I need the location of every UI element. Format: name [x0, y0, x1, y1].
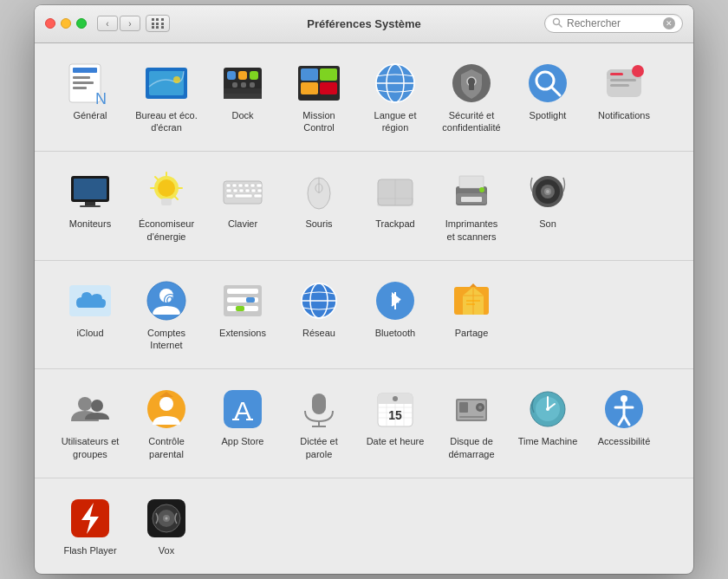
general-label: Général: [73, 109, 107, 121]
svg-rect-23: [301, 82, 318, 94]
clavier-icon: [220, 169, 265, 214]
maximize-button[interactable]: [76, 18, 87, 29]
bluetooth-label: Bluetooth: [375, 327, 415, 339]
other-icons-grid: Flash Player: [55, 492, 673, 560]
mission-label: Mission Control: [288, 109, 350, 134]
search-box[interactable]: ✕: [544, 14, 683, 33]
dictee-pref[interactable]: Dictée et parole: [284, 383, 354, 464]
search-clear-button[interactable]: ✕: [663, 17, 675, 29]
extensions-pref[interactable]: Extensions: [208, 275, 277, 355]
svg-rect-40: [610, 84, 629, 87]
controle-pref[interactable]: Contrôle parental: [132, 383, 201, 464]
mission-pref[interactable]: Mission Control: [284, 57, 354, 138]
svg-rect-57: [232, 184, 237, 187]
svg-point-126: [393, 396, 398, 401]
son-pref[interactable]: Son: [513, 166, 582, 246]
system-icons-grid: Utilisateurs et groupes Contrôle parenta…: [55, 383, 673, 464]
svg-point-149: [166, 517, 168, 520]
svg-line-1: [559, 24, 562, 27]
svg-rect-3: [73, 68, 97, 73]
section-hardware: Moniteurs: [35, 152, 693, 261]
flashplayer-pref[interactable]: Flash Player: [55, 492, 125, 560]
controle-label: Contrôle parental: [135, 435, 198, 460]
appstore-pref[interactable]: A App Store: [208, 383, 277, 464]
spotlight-label: Spotlight: [530, 109, 567, 121]
accessibilite-pref[interactable]: Accessibilité: [589, 383, 659, 464]
svg-rect-4: [73, 76, 90, 79]
dock-pref[interactable]: Dock: [208, 57, 277, 138]
utilisateurs-pref[interactable]: Utilisateurs et groupes: [55, 383, 125, 464]
general-pref[interactable]: N Général: [55, 57, 125, 138]
bureau-label: Bureau et éco. d'écran: [135, 109, 198, 134]
search-icon: [552, 17, 562, 29]
minimize-button[interactable]: [61, 18, 71, 29]
utilisateurs-icon: [68, 387, 113, 432]
comptes-pref[interactable]: @ Comptes Internet: [132, 275, 201, 355]
trackpad-icon: [373, 169, 418, 214]
icloud-pref[interactable]: iCloud: [55, 275, 125, 355]
svg-point-0: [554, 19, 560, 25]
spotlight-pref[interactable]: Spotlight: [513, 57, 582, 138]
svg-rect-113: [312, 394, 326, 414]
search-input[interactable]: [567, 17, 659, 29]
back-button[interactable]: ‹: [97, 16, 118, 31]
svg-rect-54: [161, 198, 172, 205]
reseau-icon: [296, 278, 341, 323]
clavier-label: Clavier: [228, 218, 257, 230]
section-system: Utilisateurs et groupes Contrôle parenta…: [35, 369, 693, 478]
partage-label: Partage: [455, 327, 489, 339]
langue-label: Langue et région: [364, 109, 426, 134]
close-button[interactable]: [45, 18, 55, 29]
spotlight-icon: [525, 61, 570, 106]
trackpad-pref[interactable]: Trackpad: [361, 166, 430, 246]
appstore-icon: A: [220, 387, 265, 432]
timemachine-pref[interactable]: Time Machine: [513, 383, 582, 464]
souris-pref[interactable]: Souris: [284, 166, 354, 246]
comptes-label: Comptes Internet: [135, 327, 198, 352]
svg-point-41: [632, 65, 644, 77]
svg-rect-96: [246, 297, 255, 303]
svg-text:A: A: [234, 396, 251, 425]
svg-rect-67: [257, 189, 262, 192]
bluetooth-pref[interactable]: Bluetooth: [361, 275, 430, 355]
economiseur-icon: [144, 169, 189, 214]
souris-icon: [296, 169, 341, 214]
langue-pref[interactable]: Langue et région: [361, 57, 430, 138]
personal-icons-grid: N Général Bureau et éco. d'éc: [55, 57, 673, 138]
disque-pref[interactable]: Disque de démarrage: [437, 383, 506, 464]
forward-button[interactable]: ›: [120, 16, 140, 31]
icloud-icon: [68, 278, 113, 323]
titlebar: ‹ › Préférences Système ✕: [35, 5, 693, 43]
general-icon: N: [68, 61, 113, 106]
icloud-label: iCloud: [76, 327, 103, 339]
clavier-pref[interactable]: Clavier: [208, 166, 277, 246]
svg-point-106: [91, 400, 103, 412]
svg-rect-80: [461, 197, 482, 202]
svg-line-52: [155, 177, 158, 179]
date-pref[interactable]: 15 Date et heure: [361, 383, 430, 464]
grid-view-button[interactable]: [146, 15, 170, 32]
svg-rect-13: [224, 94, 262, 99]
securite-pref[interactable]: Sécurité et confidentialité: [437, 57, 506, 138]
reseau-pref[interactable]: Réseau: [284, 275, 354, 355]
notifications-pref[interactable]: Notifications: [589, 57, 659, 138]
svg-rect-65: [245, 189, 250, 192]
dictee-label: Dictée et parole: [288, 435, 350, 460]
svg-rect-39: [610, 79, 636, 81]
svg-rect-17: [232, 82, 237, 88]
section-internet: iCloud @ Comptes Internet: [35, 261, 693, 370]
souris-label: Souris: [305, 218, 332, 230]
moniteurs-pref[interactable]: Moniteurs: [55, 166, 125, 246]
vox-pref[interactable]: Vox: [132, 492, 201, 560]
svg-rect-129: [459, 416, 484, 418]
son-icon: [525, 169, 570, 214]
dictee-icon: [296, 387, 341, 432]
bureau-pref[interactable]: Bureau et éco. d'écran: [132, 57, 201, 138]
partage-pref[interactable]: Partage: [437, 275, 506, 355]
imprimantes-pref[interactable]: Imprimantes et scanners: [437, 166, 506, 246]
svg-point-10: [173, 76, 180, 83]
economiseur-pref[interactable]: Économiseur d'énergie: [132, 166, 201, 246]
svg-rect-58: [238, 184, 243, 187]
utilisateurs-label: Utilisateurs et groupes: [59, 435, 121, 460]
svg-rect-62: [226, 189, 231, 192]
